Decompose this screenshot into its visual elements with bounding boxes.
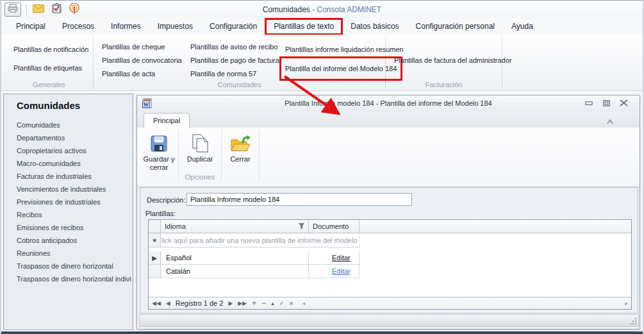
duplicate-button[interactable]: Duplicar Opciones xyxy=(179,128,221,187)
sidebar-item-copropietarios-activos[interactable]: Copropietarios activos xyxy=(4,144,133,157)
sidebar-item-macro-comunidades[interactable]: Macro-comunidades xyxy=(4,157,133,170)
dialog-titlebar[interactable]: W Plantilla Informe modelo 184 - Plantil… xyxy=(137,96,640,112)
sidebar-item-cobros-anticipados[interactable]: Cobros anticipados xyxy=(4,234,133,247)
grid-new-row[interactable]: ∗ Click aquí para añadir una nueva plant… xyxy=(149,233,360,247)
tab-principal[interactable]: Principal xyxy=(8,19,54,35)
ribbon-item-plantillas-notificacion[interactable]: Plantillas de notificación xyxy=(10,42,92,56)
filter-icon[interactable] xyxy=(299,222,304,230)
ribbon-content: Plantillas de notificación Plantillas de… xyxy=(1,35,643,91)
duplicate-icon xyxy=(190,132,210,155)
restore-button[interactable] xyxy=(602,99,611,107)
edit-record-button[interactable]: ▴ xyxy=(271,300,274,306)
grid-empty-area xyxy=(149,278,631,297)
ribbon-group-label-generales: Generales xyxy=(5,81,93,88)
close-button[interactable]: Cerrar xyxy=(222,128,259,187)
templates-label: Plantillas: xyxy=(145,210,176,217)
record-count-label: Registro 1 de 2 xyxy=(176,299,224,307)
sidebar-item-traspasos-horizontal-indiv[interactable]: Traspasos de dinero horizontal indivi xyxy=(4,272,133,285)
tab-ayuda[interactable]: Ayuda xyxy=(503,19,541,35)
column-header-documento[interactable]: Documento xyxy=(309,220,359,233)
ribbon-group-label-comunidades: Comunidades xyxy=(94,81,385,88)
minimize-button[interactable] xyxy=(584,99,593,107)
window-title-suffix: - Consola ADMINET xyxy=(312,5,381,14)
sidebar-comunidades: Comunidades Comunidades Departamentos Co… xyxy=(3,94,133,330)
tab-configuracion-personal[interactable]: Configuración personal xyxy=(408,19,503,35)
cell-documento: Editar xyxy=(309,265,359,278)
sidebar-item-comunidades[interactable]: Comunidades xyxy=(4,119,133,131)
collapse-ribbon-icon[interactable] xyxy=(606,116,614,128)
delete-record-button[interactable]: − xyxy=(261,299,266,308)
ribbon-item-aviso-recibo[interactable]: Plantillas de aviso de recibo xyxy=(187,40,281,53)
toolbar-group-label: Opciones xyxy=(179,173,221,181)
ribbon-item-plantillas-acta[interactable]: Plantillas de acta xyxy=(99,67,158,80)
description-label: Descripción: xyxy=(147,196,186,204)
editar-link[interactable]: Editar xyxy=(323,254,351,262)
ribbon-item-informe-modelo-184[interactable]: Plantilla del informe del Modelo 184 xyxy=(282,59,400,78)
cell-idioma: Catalán xyxy=(161,265,309,278)
ribbon-item-factura-administrador[interactable]: Plantillas de factura del administrador xyxy=(391,41,515,79)
ribbon-item-plantillas-cheque[interactable]: Plantillas de cheque xyxy=(99,40,168,53)
row-indicator xyxy=(149,265,161,278)
grid-header: Idioma Documento xyxy=(149,220,631,233)
ribbon-group-label-facturacion: Facturación xyxy=(386,81,502,88)
adminet-console-window: Comunidades - Consola ADMINET Principal … xyxy=(0,0,644,334)
resize-grip[interactable] xyxy=(630,318,636,324)
scroll-left-button[interactable]: ◂ xyxy=(302,300,306,306)
column-header-idioma[interactable]: Idioma xyxy=(161,220,309,233)
dialog-tab-principal[interactable]: Principal xyxy=(144,113,190,128)
column-header-documento-label: Documento xyxy=(313,222,349,230)
sidebar-item-emisiones-recibos[interactable]: Emisiones de recibos xyxy=(4,221,133,234)
window-bottom-edge xyxy=(1,331,643,334)
ribbon-item-norma-57[interactable]: Plantilla de norma 57 xyxy=(187,67,260,80)
window-title: Comunidades - Consola ADMINET xyxy=(1,5,643,14)
sidebar-item-traspasos-horizontal[interactable]: Traspasos de dinero horizontal xyxy=(4,260,133,272)
sidebar-item-vencimientos-industriales[interactable]: Vencimientos de industriales xyxy=(4,183,133,196)
new-row-marker: ∗ xyxy=(149,233,161,247)
editar-link[interactable]: Editar xyxy=(323,267,351,275)
close-icon[interactable] xyxy=(619,99,628,107)
duplicate-label: Duplicar xyxy=(187,155,213,163)
window-title-main: Comunidades xyxy=(263,5,310,14)
sidebar-item-facturas-industriales[interactable]: Facturas de industriales xyxy=(4,170,133,183)
sidebar-title: Comunidades xyxy=(4,94,133,111)
tab-impuestos[interactable]: Impuestos xyxy=(149,19,201,35)
ribbon-item-plantillas-convocatoria[interactable]: Plantillas de convocatoria xyxy=(99,53,185,67)
tab-plantillas-de-texto[interactable]: Plantillas de texto xyxy=(265,19,342,35)
dialog-title: Plantilla Informe modelo 184 - Plantilla… xyxy=(137,99,640,107)
sidebar-item-previsiones-industriales[interactable]: Previsiones de industriales xyxy=(4,196,133,208)
save-icon xyxy=(149,132,169,155)
template-editor-dialog: W Plantilla Informe modelo 184 - Plantil… xyxy=(136,95,640,330)
dialog-statusbar xyxy=(139,314,639,327)
tab-procesos[interactable]: Procesos xyxy=(54,19,103,35)
next-record-button[interactable]: ▶ xyxy=(228,300,233,306)
sidebar-item-recibos[interactable]: Recibos xyxy=(4,208,133,221)
ribbon-group-facturacion: Plantillas de factura del administrador … xyxy=(386,35,502,90)
first-record-button[interactable]: ◀◀ xyxy=(152,300,161,306)
save-and-close-button[interactable]: Guardar y cerrar xyxy=(140,128,178,187)
toolbar-separator xyxy=(259,129,260,180)
description-input[interactable] xyxy=(186,193,412,206)
prev-record-button[interactable]: ◀ xyxy=(166,300,170,306)
ribbon-item-pago-factura[interactable]: Plantillas de pago de factura xyxy=(187,53,283,67)
dialog-toolbar: Guardar y cerrar Duplicar Opciones Cerra… xyxy=(137,128,640,187)
add-record-button[interactable]: + xyxy=(252,299,256,308)
cancel-changes-button[interactable]: × xyxy=(289,299,293,307)
tab-datos-basicos[interactable]: Datos básicos xyxy=(342,19,407,35)
accept-changes-button[interactable]: ✓ xyxy=(279,300,285,306)
table-row-espanol[interactable]: ▶ Español Editar xyxy=(149,251,360,265)
cell-documento: Editar xyxy=(309,251,359,264)
save-and-close-label: Guardar y cerrar xyxy=(140,155,178,172)
sidebar-item-departamentos[interactable]: Departamentos xyxy=(4,131,133,144)
grid-indicator-header xyxy=(149,220,161,233)
table-row-catalan[interactable]: Catalán Editar xyxy=(149,265,360,278)
row-indicator: ▶ xyxy=(149,251,161,264)
sidebar-item-reuniones[interactable]: Reuniones xyxy=(4,247,133,260)
tab-configuracion[interactable]: Configuración xyxy=(201,19,265,35)
ribbon-item-plantillas-etiquetas[interactable]: Plantillas de etiquetas xyxy=(10,61,85,74)
new-row-hint: Click aquí para añadir una nueva plantil… xyxy=(161,237,359,244)
ribbon-tabstrip: Principal Procesos Informes Impuestos Co… xyxy=(8,19,541,35)
last-record-button[interactable]: ▶▶ xyxy=(238,300,247,306)
scroll-right-button[interactable]: ▸ xyxy=(625,300,628,306)
tab-informes[interactable]: Informes xyxy=(103,19,149,35)
ribbon-group-comunidades: Plantillas de cheque Plantillas de convo… xyxy=(94,35,385,90)
